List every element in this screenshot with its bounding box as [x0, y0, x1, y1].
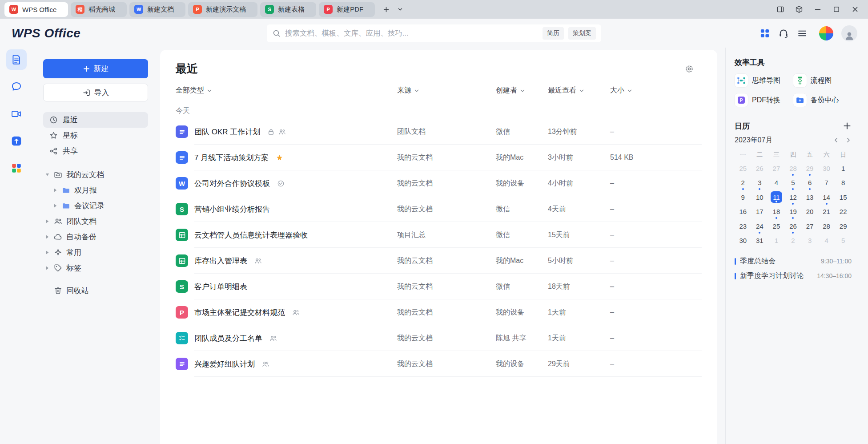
calendar-day[interactable]: 24: [751, 220, 768, 235]
calendar-day[interactable]: 25: [735, 162, 751, 177]
window-tab[interactable]: S新建表格: [260, 2, 316, 17]
file-row[interactable]: S客户订单明细表我的云文档微信18天前–: [176, 274, 702, 299]
calendar-event[interactable]: 新季度学习计划讨论14:30–16:00: [735, 270, 852, 282]
sidebar-item-share[interactable]: 共享: [43, 143, 148, 159]
caret-down-icon[interactable]: [45, 172, 50, 177]
panel-button[interactable]: [771, 0, 790, 19]
calendar-day[interactable]: 21: [818, 206, 835, 221]
file-row[interactable]: W公司对外合作协议模板我的云文档我的设备4小时前–: [176, 170, 702, 196]
caret-right-icon[interactable]: [45, 250, 50, 255]
file-row[interactable]: 云文档管人员信息统计表理器验收项目汇总微信15天前–: [176, 222, 702, 248]
caret-right-icon[interactable]: [53, 203, 58, 208]
wps-member-ball-icon[interactable]: [819, 26, 833, 40]
calendar-day[interactable]: 27: [801, 220, 818, 235]
calendar-day[interactable]: 13: [801, 191, 818, 206]
filter-all-types[interactable]: 全部类型: [176, 86, 212, 95]
tree-item[interactable]: 团队文档: [43, 214, 148, 229]
calendar-prev-button[interactable]: [833, 137, 839, 143]
calendar-day[interactable]: 26: [785, 220, 802, 235]
calendar-day[interactable]: 20: [801, 206, 818, 221]
window-tab[interactable]: 稻稻壳商城: [71, 2, 127, 17]
rail-item-messages[interactable]: [6, 77, 27, 97]
file-row[interactable]: 库存出入管理表我的云文档我的Mac5小时前–: [176, 248, 702, 274]
calendar-day[interactable]: 5: [785, 177, 802, 192]
maximize-button[interactable]: [827, 0, 846, 19]
calendar-day[interactable]: 4: [818, 235, 835, 250]
calendar-day[interactable]: 29: [801, 162, 818, 177]
calendar-day[interactable]: 11: [768, 191, 785, 206]
calendar-day[interactable]: 2: [735, 177, 751, 192]
calendar-next-button[interactable]: [845, 137, 852, 143]
rail-item-cloud[interactable]: [6, 131, 27, 151]
calendar-day[interactable]: 2: [785, 235, 802, 250]
tree-item[interactable]: 标签: [43, 260, 148, 276]
calendar-day[interactable]: 12: [785, 191, 802, 206]
file-row[interactable]: 团队成员及分工名单我的云文档陈旭 共享1天前–: [176, 325, 702, 351]
rail-item-meeting[interactable]: [6, 104, 27, 124]
file-row[interactable]: 7 月线下活动策划方案我的云文档我的Mac3小时前514 KB: [176, 145, 702, 170]
calendar-day[interactable]: 27: [768, 162, 785, 177]
tool-pdf-convert[interactable]: PPDF转换: [735, 93, 793, 107]
new-document-button[interactable]: 新建: [43, 59, 148, 78]
window-tab[interactable]: P新建PDF: [319, 2, 375, 17]
tool-backup-center[interactable]: 备份中心: [793, 93, 852, 107]
calendar-day[interactable]: 8: [835, 177, 852, 192]
tab-list-button[interactable]: [394, 3, 407, 16]
search-bar[interactable]: 简历策划案: [267, 24, 601, 42]
calendar-day[interactable]: 28: [818, 220, 835, 235]
calendar-day[interactable]: 3: [801, 235, 818, 250]
sidebar-item-clock[interactable]: 最近: [43, 112, 148, 128]
window-tab[interactable]: P新建演示文稿: [188, 2, 257, 17]
tool-mindmap[interactable]: 思维导图: [735, 74, 793, 87]
search-input[interactable]: [285, 29, 538, 37]
calendar-day[interactable]: 14: [818, 191, 835, 206]
user-avatar[interactable]: [841, 25, 857, 41]
caret-right-icon[interactable]: [45, 266, 50, 270]
calendar-day[interactable]: 6: [801, 177, 818, 192]
file-row[interactable]: P市场主体登记提交材料规范我的云文档我的设备1天前–: [176, 299, 702, 325]
calendar-day[interactable]: 31: [751, 235, 768, 250]
calendar-event[interactable]: 季度总结会9:30–11:00: [735, 255, 852, 267]
search-tag[interactable]: 简历: [542, 27, 564, 40]
filter-source[interactable]: 来源: [397, 86, 419, 95]
file-row[interactable]: 团队 OKR 工作计划团队文档微信13分钟前–: [176, 119, 702, 145]
calendar-day[interactable]: 18: [768, 206, 785, 221]
calendar-day[interactable]: 30: [735, 235, 751, 250]
calendar-day[interactable]: 10: [751, 191, 768, 206]
tree-item[interactable]: 我的云文档: [43, 167, 148, 182]
caret-right-icon[interactable]: [53, 188, 58, 193]
calendar-day[interactable]: 16: [735, 206, 751, 221]
calendar-day[interactable]: 7: [818, 177, 835, 192]
tree-item[interactable]: 常用: [43, 245, 148, 260]
calendar-day[interactable]: 9: [735, 191, 751, 206]
add-schedule-button[interactable]: [843, 121, 852, 130]
calendar-day[interactable]: 30: [818, 162, 835, 177]
tree-item[interactable]: 会议记录: [43, 198, 148, 214]
caret-right-icon[interactable]: [45, 234, 50, 239]
global-menu-icon[interactable]: [797, 28, 808, 39]
search-tag[interactable]: 策划案: [568, 27, 596, 40]
window-tab[interactable]: WWPS Office: [4, 2, 68, 17]
package-button[interactable]: [790, 0, 808, 19]
minimize-button[interactable]: [808, 0, 827, 19]
calendar-day[interactable]: 26: [751, 162, 768, 177]
caret-right-icon[interactable]: [45, 219, 50, 224]
file-row[interactable]: S营销小组业绩分析报告我的云文档微信4天前–: [176, 196, 702, 222]
import-button[interactable]: 导入: [43, 84, 148, 101]
sidebar-item-star[interactable]: 星标: [43, 128, 148, 143]
filter-creator[interactable]: 创建者: [496, 86, 525, 95]
filter-last-viewed[interactable]: 最近查看: [548, 86, 584, 95]
calendar-day[interactable]: 29: [835, 220, 852, 235]
calendar-day[interactable]: 1: [835, 162, 852, 177]
calendar-day[interactable]: 28: [785, 162, 802, 177]
calendar-day[interactable]: 17: [751, 206, 768, 221]
tree-item[interactable]: 双月报: [43, 182, 148, 198]
calendar-day[interactable]: 15: [835, 191, 852, 206]
calendar-day[interactable]: 25: [768, 220, 785, 235]
calendar-day[interactable]: 4: [768, 177, 785, 192]
filter-size[interactable]: 大小: [610, 86, 632, 95]
close-button[interactable]: [846, 0, 864, 19]
file-row[interactable]: 兴趣爱好组队计划我的云文档我的设备29天前–: [176, 351, 702, 377]
tree-item[interactable]: 自动备份: [43, 229, 148, 245]
list-settings-gear-icon[interactable]: [685, 65, 694, 73]
